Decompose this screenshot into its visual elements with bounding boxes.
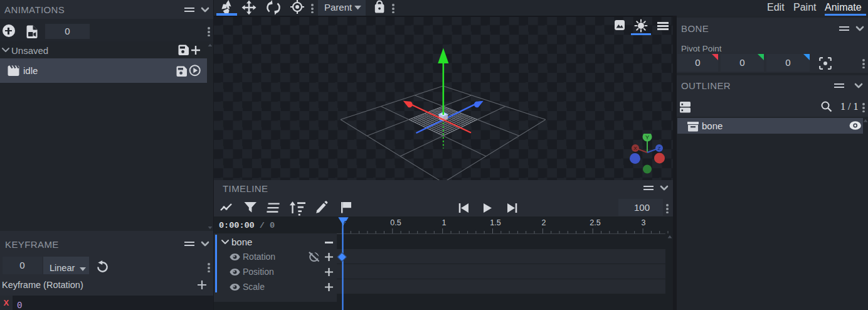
svg-text:Y: Y: [645, 134, 649, 141]
svg-text:2.5: 2.5: [590, 218, 600, 227]
svg-text:X: X: [633, 146, 637, 151]
svg-text:Z: Z: [658, 146, 661, 151]
svg-text:3: 3: [642, 218, 646, 227]
svg-text:1: 1: [442, 218, 447, 227]
svg-text:0: 0: [344, 220, 348, 228]
svg-text:2: 2: [542, 218, 546, 227]
svg-text:1.5: 1.5: [490, 218, 500, 227]
svg-text:0.5: 0.5: [390, 218, 401, 227]
